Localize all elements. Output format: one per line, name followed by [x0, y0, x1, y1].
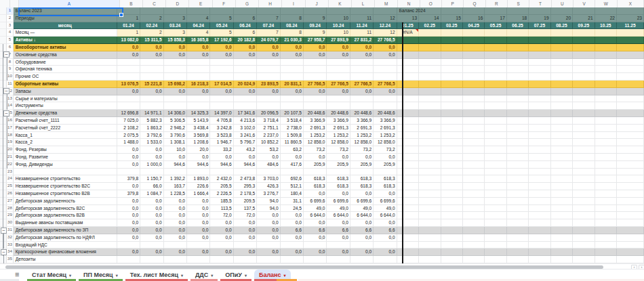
cell-X7[interactable]: [617, 51, 644, 59]
cell-F10[interactable]: [210, 73, 233, 81]
cell-L4[interactable]: 11: [350, 29, 374, 37]
cell-M22[interactable]: 205,9: [374, 161, 397, 169]
cell-S15[interactable]: [507, 110, 529, 117]
cell-A7[interactable]: Основные средства: [14, 51, 117, 59]
cell-A11[interactable]: Оборотные активы: [14, 81, 117, 88]
cell-Q35[interactable]: [463, 256, 485, 263]
cell-A5[interactable]: Активы ↓: [14, 37, 117, 44]
cell-D11[interactable]: 15 698,2: [164, 81, 187, 88]
cell-S18[interactable]: [507, 132, 529, 139]
cell-T7[interactable]: [529, 51, 550, 59]
cell-B17[interactable]: 2 108,2: [117, 125, 140, 132]
cell-D24[interactable]: 1 392,2: [164, 175, 187, 183]
cell-Q32[interactable]: [463, 234, 485, 242]
cell-V2[interactable]: 21: [573, 15, 595, 22]
cell-A17[interactable]: Расчетный счет_2222: [14, 125, 117, 132]
cell-J9[interactable]: [304, 66, 327, 73]
cell-N15[interactable]: [397, 110, 419, 117]
cell-S22[interactable]: [507, 161, 529, 169]
cell-K34[interactable]: 0,0: [327, 248, 350, 256]
cell-S25[interactable]: [507, 183, 529, 190]
row-header-20[interactable]: 20: [7, 146, 14, 154]
cell-P32[interactable]: [441, 234, 463, 242]
cell-M28[interactable]: 49,0: [374, 205, 397, 213]
cell-H26[interactable]: 3 276,7: [257, 190, 280, 198]
cell-J7[interactable]: 0,0: [304, 51, 327, 59]
cell-M24[interactable]: 618,3: [374, 175, 397, 183]
cell-W16[interactable]: [595, 117, 617, 125]
cell-V6[interactable]: [573, 44, 595, 51]
cell-P16[interactable]: [441, 117, 463, 125]
cell-E17[interactable]: 3 438,4: [187, 125, 210, 132]
cell-S20[interactable]: [507, 146, 529, 154]
tab-dropdown-arrow-icon[interactable]: ▾: [245, 273, 247, 278]
cell-I9[interactable]: [281, 66, 304, 73]
cell-W34[interactable]: [595, 248, 617, 256]
cell-H1[interactable]: [257, 7, 280, 15]
cell-O3[interactable]: 02.25: [419, 22, 441, 30]
cell-H23[interactable]: [257, 169, 280, 176]
cell-X22[interactable]: [617, 161, 644, 169]
cell-X31[interactable]: [617, 227, 644, 234]
cell-K31[interactable]: 6,6: [327, 227, 350, 234]
cell-S28[interactable]: [507, 205, 529, 213]
cell-H28[interactable]: 94,0: [257, 205, 280, 213]
cell-H30[interactable]: 0,0: [257, 219, 280, 227]
cell-E18[interactable]: 3 569,8: [187, 132, 210, 139]
tab-dropdown-arrow-icon[interactable]: ▾: [116, 273, 118, 278]
cell-S29[interactable]: [507, 212, 529, 219]
cell-B6[interactable]: 0,0: [117, 44, 140, 51]
cell-P24[interactable]: [441, 175, 463, 183]
cell-L27[interactable]: 6 699,6: [350, 198, 374, 205]
cell-L31[interactable]: 6,6: [350, 227, 374, 234]
cell-U35[interactable]: [551, 256, 573, 263]
cell-G35[interactable]: [234, 256, 257, 263]
cell-X19[interactable]: [617, 139, 644, 146]
cell-S10[interactable]: [507, 73, 529, 81]
cell-B16[interactable]: 7 025,0: [117, 117, 140, 125]
row-header-2[interactable]: 2: [7, 15, 14, 22]
cell-L3[interactable]: 11.24: [350, 22, 374, 30]
cell-Q20[interactable]: [463, 146, 485, 154]
cell-F26[interactable]: 2 226,5: [210, 190, 233, 198]
cell-J35[interactable]: [304, 256, 327, 263]
cell-H22[interactable]: 484,6: [257, 161, 280, 169]
cell-X26[interactable]: [617, 190, 644, 198]
cell-W8[interactable]: [595, 59, 617, 66]
cell-B35[interactable]: [117, 256, 140, 263]
cell-P34[interactable]: [441, 248, 463, 256]
cell-Q10[interactable]: [463, 73, 485, 81]
cell-G6[interactable]: 0,0: [234, 44, 257, 51]
cell-E31[interactable]: 0,0: [187, 227, 210, 234]
row-header-19[interactable]: 19: [7, 139, 14, 146]
sheet-tab-4[interactable]: ДДС▾: [190, 269, 218, 280]
cell-N21[interactable]: [397, 154, 419, 161]
cell-O10[interactable]: [419, 73, 441, 81]
cell-N12[interactable]: [397, 88, 419, 95]
cell-T2[interactable]: 19: [529, 15, 550, 22]
cell-U15[interactable]: [551, 110, 573, 117]
cell-I28[interactable]: 24,5: [281, 205, 304, 213]
cell-A21[interactable]: Фонд. Развитие: [14, 154, 117, 161]
cell-J34[interactable]: 0,0: [304, 248, 327, 256]
cell-E11[interactable]: 16 218,3: [187, 81, 210, 88]
cell-S1[interactable]: [507, 7, 529, 15]
cell-F29[interactable]: 72,0: [210, 212, 233, 219]
cell-G17[interactable]: 3 102,0: [234, 125, 257, 132]
cell-S26[interactable]: [507, 190, 529, 198]
cell-T3[interactable]: 07.25: [529, 22, 550, 30]
cell-J20[interactable]: 73,2: [304, 146, 327, 154]
cell-U7[interactable]: [551, 51, 573, 59]
cell-T27[interactable]: [529, 198, 550, 205]
row-header-8[interactable]: 8: [7, 59, 14, 66]
cell-S13[interactable]: [507, 95, 529, 103]
cell-C5[interactable]: 15 311,5: [140, 37, 163, 44]
cell-U21[interactable]: [551, 154, 573, 161]
cell-E23[interactable]: [187, 169, 210, 176]
cell-O5[interactable]: [419, 37, 441, 44]
cell-Q14[interactable]: [463, 102, 485, 110]
cell-M21[interactable]: 0,0: [374, 154, 397, 161]
cell-Q18[interactable]: [463, 132, 485, 139]
cell-R33[interactable]: [485, 242, 506, 249]
cell-H20[interactable]: 53,2: [257, 146, 280, 154]
